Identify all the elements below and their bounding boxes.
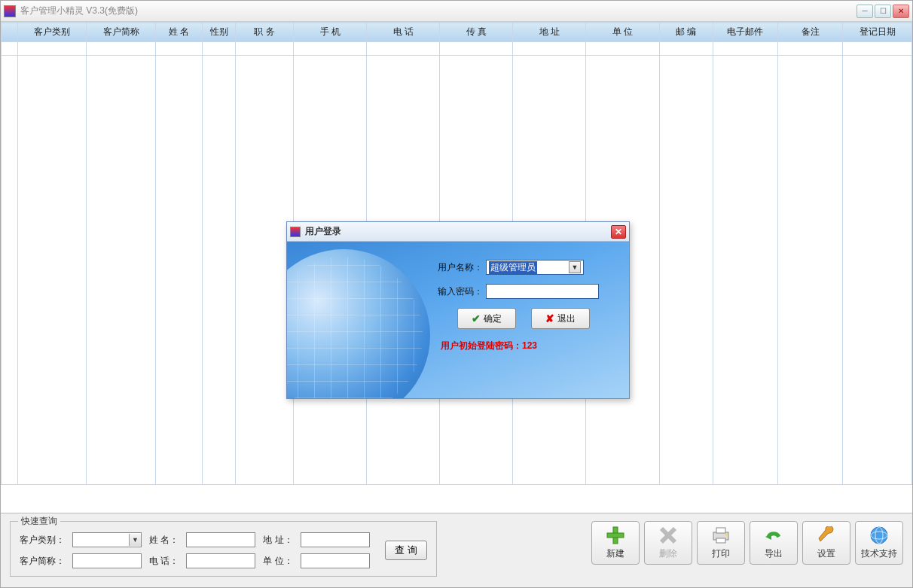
login-titlebar: 用户登录 ✕ [287,222,629,242]
settings-button[interactable]: 设置 [802,521,850,565]
column-header[interactable]: 姓 名 [155,23,203,42]
label-category: 客户类别： [20,534,65,547]
column-header[interactable]: 单 位 [586,23,659,42]
svg-rect-1 [607,533,624,538]
search-button[interactable]: 查 询 [385,541,427,560]
label-address: 地 址： [263,534,292,547]
chevron-down-icon: ▼ [569,261,581,273]
settings-label: 设置 [817,547,835,560]
plus-icon [605,526,626,545]
quick-search-legend: 快速查询 [18,515,60,528]
exit-label: 退出 [557,312,576,325]
export-icon [763,526,784,545]
export-button[interactable]: 导出 [750,521,798,565]
password-label: 输入密码： [430,285,483,298]
row-number-header [2,23,18,42]
export-label: 导出 [765,547,783,560]
login-title-text: 用户登录 [305,225,341,238]
column-header[interactable]: 备注 [777,23,842,42]
label-name: 姓 名： [149,534,179,547]
printer-icon [710,526,731,545]
app-icon [290,227,301,237]
column-header[interactable]: 登记日期 [843,23,912,42]
username-value: 超级管理员 [489,261,537,274]
unit-input[interactable] [301,553,370,568]
column-header[interactable]: 手 机 [294,23,367,42]
column-header[interactable]: 邮 编 [659,23,713,42]
label-short: 客户简称： [20,555,65,568]
svg-rect-6 [716,538,725,543]
login-close-button[interactable]: ✕ [611,225,626,239]
globe-icon [869,526,890,545]
new-button[interactable]: 新建 [591,521,640,565]
column-header[interactable]: 电 话 [367,23,440,42]
column-header[interactable]: 职 务 [235,23,294,42]
column-header[interactable]: 客户简称 [87,23,156,42]
exit-button[interactable]: ✘ 退出 [531,308,590,329]
username-select[interactable]: 超级管理员 ▼ [486,260,584,275]
print-label: 打印 [712,547,730,560]
category-select[interactable]: ▼ [72,532,142,547]
app-icon [4,5,16,17]
chevron-down-icon: ▼ [129,534,141,546]
password-input[interactable] [486,284,599,299]
username-label: 用户名称： [430,261,483,274]
phone-input[interactable] [186,553,255,568]
close-button[interactable]: ✕ [893,5,909,18]
svg-rect-5 [716,528,725,533]
toolbar: 新建 删除 打印 导出 [591,521,903,565]
short-input[interactable] [72,553,142,568]
name-input[interactable] [186,532,255,547]
x-icon [658,526,679,545]
delete-label: 删除 [659,547,677,560]
new-label: 新建 [606,547,624,560]
minimize-button[interactable]: ─ [857,5,873,18]
support-button[interactable]: 技术支持 [855,521,903,565]
column-header[interactable]: 客户类别 [17,23,87,42]
check-icon: ✔ [472,312,481,324]
svg-point-7 [725,534,728,536]
label-phone: 电 话： [149,555,179,568]
window-title: 客户管理小精灵 V3.3(免费版) [20,5,138,17]
delete-button[interactable]: 删除 [644,521,692,565]
login-body: 用户名称： 超级管理员 ▼ 输入密码： ✔ 确定 ✘ 退出 [287,242,629,398]
ok-label: 确定 [484,312,502,325]
bottom-panel: 快速查询 客户类别： ▼ 姓 名： 地 址： 查 询 客户简称： 电 话： 单 … [1,513,912,587]
address-input[interactable] [301,532,370,547]
column-header[interactable]: 传 真 [440,23,513,42]
label-unit: 单 位： [263,555,292,568]
quick-search-group: 快速查询 客户类别： ▼ 姓 名： 地 址： 查 询 客户简称： 电 话： 单 … [10,521,437,577]
support-label: 技术支持 [861,547,897,560]
ok-button[interactable]: ✔ 确定 [457,308,516,329]
password-hint: 用户初始登陆密码：123 [441,340,618,352]
print-button[interactable]: 打印 [697,521,745,565]
column-header[interactable]: 电子邮件 [713,23,777,42]
column-header[interactable]: 地 址 [513,23,586,42]
column-header[interactable]: 性别 [203,23,235,42]
login-form: 用户名称： 超级管理员 ▼ 输入密码： ✔ 确定 ✘ 退出 [430,260,618,352]
globe-graphic [287,249,430,398]
x-icon: ✘ [545,312,554,324]
titlebar: 客户管理小精灵 V3.3(免费版) ─ ☐ ✕ [1,1,912,22]
maximize-button[interactable]: ☐ [875,5,891,18]
login-dialog: 用户登录 ✕ 用户名称： 超级管理员 ▼ 输入密码： ✔ 确定 [286,221,630,399]
wrench-icon [816,526,837,545]
svg-point-9 [871,527,887,544]
